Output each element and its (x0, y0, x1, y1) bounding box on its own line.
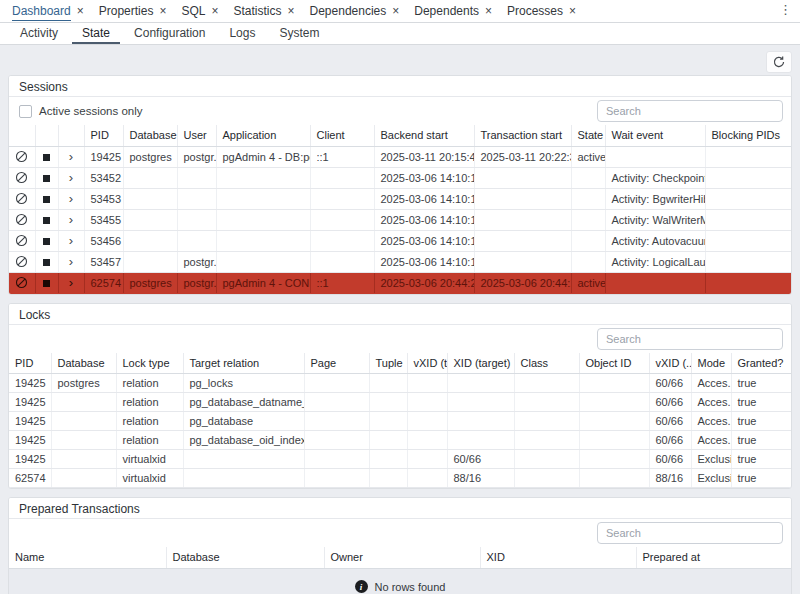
table-row[interactable]: ›534562025-03-06 14:10:11 ...Activity: A… (9, 230, 791, 251)
table-row[interactable]: ›62574postgrespostgr...pgAdmin 4 - CONN:… (9, 272, 791, 293)
prepared-search-input[interactable] (597, 522, 783, 544)
column-header-database[interactable]: Database (51, 353, 116, 374)
column-header-owner[interactable]: Owner (324, 547, 480, 568)
tab-dashboard[interactable]: Dashboard× (8, 0, 95, 22)
cancel-session-button[interactable] (9, 209, 35, 230)
tab-properties[interactable]: Properties× (95, 0, 178, 22)
close-tab-icon[interactable]: × (288, 5, 295, 17)
locks-toolbar (9, 325, 791, 353)
expand-row-button[interactable]: › (58, 209, 84, 230)
table-row[interactable]: 62574virtualxid88/1688/16Exclusi...true (9, 469, 791, 488)
tab-sql[interactable]: SQL× (177, 0, 229, 22)
table-cell: Exclusi... (691, 469, 731, 488)
column-header-database[interactable]: Database (123, 125, 177, 146)
table-row[interactable]: 19425relationpg_database60/66Acces...tru… (9, 412, 791, 431)
subtab-activity[interactable]: Activity (10, 24, 68, 44)
table-row[interactable]: ›534552025-03-06 14:10:11 ...Activity: W… (9, 209, 791, 230)
column-header-xid-target[interactable]: XID (target) (447, 353, 514, 374)
terminate-session-button[interactable] (35, 251, 58, 272)
column-header-backend-start[interactable]: Backend start (374, 125, 474, 146)
kebab-menu-icon[interactable]: ⋮ (779, 2, 792, 17)
column-header-user[interactable]: User (177, 125, 216, 146)
tab-processes[interactable]: Processes× (503, 0, 587, 22)
expand-row-button[interactable]: › (58, 188, 84, 209)
column-header-mode[interactable]: Mode (691, 353, 731, 374)
table-row[interactable]: ›534522025-03-06 14:10:11 ...Activity: C… (9, 167, 791, 188)
column-header-prepared-at[interactable]: Prepared at (636, 547, 791, 568)
locks-table: PIDDatabaseLock typeTarget relationPageT… (9, 353, 791, 489)
column-header-vxid[interactable]: vXID (... (649, 353, 691, 374)
terminate-session-button[interactable] (35, 146, 58, 167)
cancel-session-button[interactable] (9, 188, 35, 209)
expand-row-button[interactable]: › (58, 230, 84, 251)
column-header-lock-type[interactable]: Lock type (116, 353, 183, 374)
column-header-application[interactable]: Application (216, 125, 310, 146)
table-row[interactable]: ›19425postgrespostgr...pgAdmin 4 - DB:po… (9, 146, 791, 167)
column-header-name[interactable]: Name (9, 547, 166, 568)
column-header-blocking-pids[interactable]: Blocking PIDs (705, 125, 791, 146)
table-row[interactable]: ›53457postgr...2025-03-06 14:10:11 ...Ac… (9, 251, 791, 272)
cancel-session-button[interactable] (9, 251, 35, 272)
column-header-client[interactable]: Client (310, 125, 374, 146)
subtab-state[interactable]: State (72, 24, 120, 44)
cancel-session-button[interactable] (9, 272, 35, 293)
column-header-target-relation[interactable]: Target relation (183, 353, 304, 374)
action-column-header (9, 125, 35, 146)
terminate-session-button[interactable] (35, 188, 58, 209)
tab-dependencies[interactable]: Dependencies× (306, 0, 411, 22)
tab-dependents[interactable]: Dependents× (410, 0, 503, 22)
table-cell: 53456 (84, 230, 123, 251)
terminate-session-button[interactable] (35, 167, 58, 188)
close-tab-icon[interactable]: × (77, 5, 84, 17)
column-header-state[interactable]: State (571, 125, 605, 146)
column-header-wait-event[interactable]: Wait event (605, 125, 705, 146)
terminate-session-button[interactable] (35, 209, 58, 230)
expand-row-button[interactable]: › (58, 167, 84, 188)
column-header-pid[interactable]: PID (9, 353, 51, 374)
close-tab-icon[interactable]: × (211, 5, 218, 17)
column-header-page[interactable]: Page (304, 353, 369, 374)
terminate-session-button[interactable] (35, 272, 58, 293)
cancel-session-button[interactable] (9, 230, 35, 251)
table-cell (605, 272, 705, 293)
table-cell: 2025-03-11 20:22:36 ... (474, 146, 571, 167)
column-header-object-id[interactable]: Object ID (579, 353, 649, 374)
tab-label: Properties (99, 2, 154, 20)
locks-search-input[interactable] (597, 328, 783, 350)
column-header-transaction-start[interactable]: Transaction start (474, 125, 571, 146)
close-tab-icon[interactable]: × (569, 5, 576, 17)
table-row[interactable]: 19425relationpg_database_datname_ind...6… (9, 393, 791, 412)
cancel-session-button[interactable] (9, 146, 35, 167)
subtab-configuration[interactable]: Configuration (124, 24, 215, 44)
active-sessions-only-checkbox[interactable] (19, 105, 32, 118)
table-cell: relation (116, 393, 183, 412)
subtab-logs[interactable]: Logs (219, 24, 265, 44)
expand-row-button[interactable]: › (58, 146, 84, 167)
close-tab-icon[interactable]: × (485, 5, 492, 17)
sessions-search-input[interactable] (597, 100, 783, 122)
subtab-system[interactable]: System (269, 24, 329, 44)
table-row[interactable]: 19425postgresrelationpg_locks60/66Acces.… (9, 374, 791, 393)
table-row[interactable]: 19425relationpg_database_oid_index60/66A… (9, 431, 791, 450)
cancel-session-button[interactable] (9, 167, 35, 188)
tab-statistics[interactable]: Statistics× (229, 0, 305, 22)
close-tab-icon[interactable]: × (159, 5, 166, 17)
column-header-granted[interactable]: Granted? (731, 353, 791, 374)
expand-row-button[interactable]: › (58, 272, 84, 293)
table-row[interactable]: 19425virtualxid60/6660/66Exclusi...true (9, 450, 791, 469)
table-cell (579, 450, 649, 469)
table-cell: 53455 (84, 209, 123, 230)
column-header-class[interactable]: Class (514, 353, 579, 374)
column-header-vxid-t[interactable]: vXID (t... (407, 353, 447, 374)
column-header-tuple[interactable]: Tuple (369, 353, 407, 374)
terminate-session-button[interactable] (35, 230, 58, 251)
close-tab-icon[interactable]: × (392, 5, 399, 17)
table-cell (579, 431, 649, 450)
column-header-pid[interactable]: PID (84, 125, 123, 146)
refresh-button[interactable] (766, 51, 792, 73)
expand-row-button[interactable]: › (58, 251, 84, 272)
table-cell (369, 374, 407, 393)
column-header-xid[interactable]: XID (480, 547, 636, 568)
table-row[interactable]: ›534532025-03-06 14:10:11 ...Activity: B… (9, 188, 791, 209)
column-header-database[interactable]: Database (166, 547, 324, 568)
